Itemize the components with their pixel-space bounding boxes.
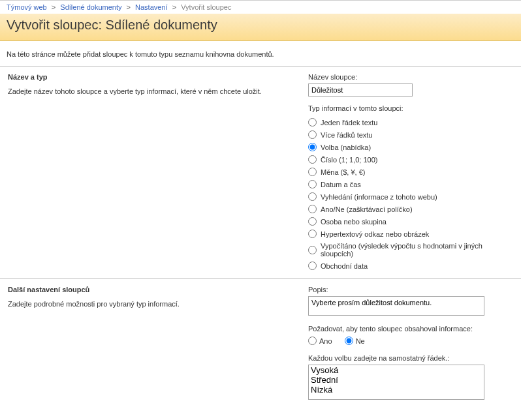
- breadcrumb-link-settings[interactable]: Nastavení: [135, 3, 168, 11]
- require-yes-option[interactable]: Ano: [308, 337, 332, 345]
- column-type-option[interactable]: Hypertextový odkaz nebo obrázek: [308, 228, 513, 240]
- require-yes-label: Ano: [319, 337, 332, 345]
- column-type-option-label: Vypočítáno (výsledek výpočtu s hodnotami…: [321, 242, 513, 258]
- section-subheading-name-type: Zadejte název tohoto sloupce a vyberte t…: [8, 87, 292, 95]
- column-type-radio[interactable]: [308, 262, 317, 270]
- description-label: Popis:: [308, 286, 513, 293]
- column-type-option[interactable]: Jeden řádek textu: [308, 116, 513, 128]
- page-title: Vytvořit sloupec: Sdílené dokumenty: [7, 18, 514, 33]
- column-type-option[interactable]: Datum a čas: [308, 178, 513, 190]
- require-no-option[interactable]: Ne: [345, 337, 365, 345]
- column-type-radio[interactable]: [308, 155, 317, 164]
- column-type-option-label: Osoba nebo skupina: [321, 218, 387, 226]
- column-type-option-label: Volba (nabídka): [321, 143, 371, 151]
- column-type-label: Typ informací v tomto sloupci:: [308, 104, 513, 112]
- column-type-option[interactable]: Číslo (1; 1,0; 100): [308, 153, 513, 166]
- require-no-radio[interactable]: [345, 337, 353, 345]
- page-description: Na této stránce můžete přidat sloupec k …: [0, 41, 521, 66]
- column-type-option-label: Hypertextový odkaz nebo obrázek: [321, 230, 429, 238]
- column-type-radio[interactable]: [308, 192, 317, 201]
- column-type-radio[interactable]: [308, 205, 317, 213]
- column-type-option-label: Obchodní data: [321, 262, 368, 270]
- column-type-radio[interactable]: [308, 168, 317, 176]
- breadcrumb-separator: >: [172, 3, 176, 11]
- section-heading-additional: Další nastavení sloupců: [8, 286, 292, 293]
- column-name-label: Název sloupce:: [308, 73, 513, 81]
- column-type-radio[interactable]: [308, 246, 317, 254]
- column-type-option[interactable]: Osoba nebo skupina: [308, 215, 513, 228]
- section-heading-name-type: Název a typ: [8, 73, 292, 81]
- section-name-type: Název a typ Zadejte název tohoto sloupce…: [0, 66, 521, 278]
- column-type-option-label: Měna ($, ¥, €): [321, 168, 365, 176]
- column-type-option-label: Jeden řádek textu: [321, 119, 377, 127]
- column-type-radio[interactable]: [308, 143, 317, 151]
- column-type-option-label: Číslo (1; 1,0; 100): [321, 156, 377, 164]
- column-type-option-label: Ano/Ne (zaškrtávací políčko): [321, 205, 413, 213]
- column-type-radio[interactable]: [308, 217, 317, 226]
- column-type-option[interactable]: Vyhledání (informace z tohoto webu): [308, 190, 513, 203]
- breadcrumb-separator: >: [127, 3, 131, 11]
- column-type-option[interactable]: Volba (nabídka): [308, 141, 513, 153]
- column-type-radio[interactable]: [308, 230, 317, 238]
- section-additional-settings: Další nastavení sloupců Zadejte podrobné…: [0, 278, 521, 408]
- column-type-option[interactable]: Ano/Ne (zaškrtávací políčko): [308, 203, 513, 215]
- column-type-option[interactable]: Obchodní data: [308, 260, 513, 272]
- breadcrumb-link-shared-docs[interactable]: Sdílené dokumenty: [60, 3, 121, 11]
- column-type-option-label: Vyhledání (informace z tohoto webu): [321, 193, 437, 201]
- column-type-radio[interactable]: [308, 180, 317, 188]
- choices-textarea[interactable]: [308, 365, 484, 400]
- require-label: Požadovat, aby tento sloupec obsahoval i…: [308, 325, 513, 333]
- require-no-label: Ne: [356, 337, 365, 345]
- column-type-radio[interactable]: [308, 118, 317, 127]
- breadcrumb-current: Vytvořit sloupec: [181, 3, 231, 11]
- page-title-bar: Vytvořit sloupec: Sdílené dokumenty: [0, 14, 521, 41]
- description-textarea[interactable]: [308, 296, 484, 316]
- breadcrumbs: Týmový web > Sdílené dokumenty > Nastave…: [0, 0, 521, 14]
- column-type-option-label: Datum a čas: [321, 181, 361, 188]
- breadcrumb-separator: >: [52, 3, 55, 11]
- require-yes-radio[interactable]: [308, 337, 317, 345]
- breadcrumb-link-team-web[interactable]: Týmový web: [7, 3, 47, 11]
- column-type-option[interactable]: Více řádků textu: [308, 128, 513, 141]
- column-name-input[interactable]: [308, 83, 413, 97]
- column-type-option-label: Více řádků textu: [321, 131, 373, 139]
- column-type-radio-list: Jeden řádek textuVíce řádků textuVolba (…: [308, 116, 513, 272]
- column-type-option[interactable]: Vypočítáno (výsledek výpočtu s hodnotami…: [308, 240, 513, 260]
- column-type-radio[interactable]: [308, 130, 317, 139]
- choices-label: Každou volbu zadejte na samostatný řádek…: [308, 354, 513, 362]
- column-type-option[interactable]: Měna ($, ¥, €): [308, 166, 513, 178]
- section-subheading-additional: Zadejte podrobné možnosti pro vybraný ty…: [8, 300, 292, 308]
